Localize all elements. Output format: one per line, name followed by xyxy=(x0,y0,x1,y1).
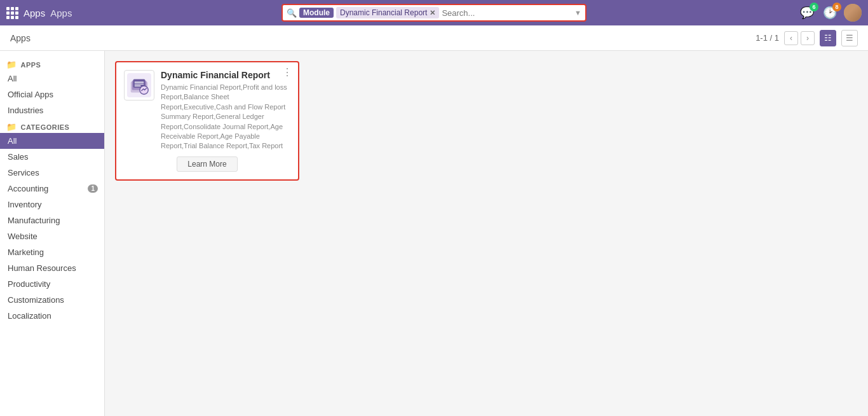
filter-tag-text: Dynamic Financial Report xyxy=(340,8,427,17)
app-card-dynamic-financial-report: ⋮ Dynamic Financi xyxy=(115,61,299,181)
learn-more-button[interactable]: Learn More xyxy=(177,156,237,172)
pagination-text: 1-1 / 1 xyxy=(756,33,779,43)
messages-icon-button[interactable]: 💬 6 xyxy=(798,4,816,22)
grid-menu-icon[interactable] xyxy=(6,7,18,19)
page-title: Apps xyxy=(10,33,31,43)
sidebar-item-sales-label: Sales xyxy=(8,152,29,162)
filter-value-tag: Dynamic Financial Report ✕ xyxy=(336,7,439,18)
user-avatar[interactable] xyxy=(844,4,862,22)
sidebar-item-services-label: Services xyxy=(8,168,39,177)
topbar-right: 💬 6 🕑 8 xyxy=(798,4,862,22)
apps-section-header: 📁 APPS xyxy=(0,56,104,71)
sidebar-item-all-apps-label: All xyxy=(8,74,17,83)
sidebar-item-all-cat[interactable]: All xyxy=(0,133,104,149)
topbar-search-area: 🔍 Module Dynamic Financial Report ✕ ▼ xyxy=(281,4,587,22)
sidebar-item-services[interactable]: Services xyxy=(0,165,104,181)
search-input[interactable] xyxy=(442,8,569,18)
app-card-title: Dynamic Financial Report xyxy=(161,70,290,80)
categories-section-header: 📁 CATEGORIES xyxy=(0,118,104,133)
sidebar-item-manufacturing-label: Manufacturing xyxy=(8,216,60,225)
apps-section-label: APPS xyxy=(21,61,41,69)
sidebar-item-industries[interactable]: Industries xyxy=(0,102,104,118)
app-icon-svg xyxy=(127,73,151,98)
categories-folder-icon: 📁 xyxy=(6,122,17,132)
sidebar-item-marketing-label: Marketing xyxy=(8,247,44,257)
sidebar-item-manufacturing[interactable]: Manufacturing xyxy=(0,212,104,228)
app-card-footer: Learn More xyxy=(124,156,290,172)
pagination-prev-button[interactable]: ‹ xyxy=(784,31,798,45)
sidebar-item-accounting-label: Accounting xyxy=(8,184,48,193)
topbar-left: Apps Apps xyxy=(6,7,72,19)
main-layout: 📁 APPS All Official Apps Industries 📁 CA… xyxy=(0,51,868,416)
sidebar: 📁 APPS All Official Apps Industries 📁 CA… xyxy=(0,51,105,416)
sidebar-item-customizations[interactable]: Customizations xyxy=(0,292,104,308)
sidebar-item-inventory[interactable]: Inventory xyxy=(0,197,104,212)
search-dropdown-icon[interactable]: ▼ xyxy=(574,9,581,17)
filter-tag-close-icon[interactable]: ✕ xyxy=(430,9,435,17)
topbar: Apps Apps 🔍 Module Dynamic Financial Rep… xyxy=(0,0,868,25)
content-area: ⋮ Dynamic Financi xyxy=(105,51,868,416)
topbar-app-name[interactable]: Apps xyxy=(24,8,45,18)
sidebar-item-website[interactable]: Website xyxy=(0,228,104,244)
sidebar-item-localization-label: Localization xyxy=(8,311,51,321)
activities-icon-button[interactable]: 🕑 8 xyxy=(821,4,839,22)
sidebar-item-all-cat-label: All xyxy=(8,136,17,146)
app-card-info: Dynamic Financial Report Dynamic Financi… xyxy=(161,70,290,151)
sidebar-item-customizations-label: Customizations xyxy=(8,295,64,305)
sidebar-item-official-apps-label: Official Apps xyxy=(8,90,53,99)
messages-badge: 6 xyxy=(810,3,818,11)
sidebar-item-human-resources[interactable]: Human Resources xyxy=(0,260,104,276)
app-card-description: Dynamic Financial Report,Profit and loss… xyxy=(161,83,290,151)
categories-section-label: CATEGORIES xyxy=(21,123,70,131)
app-card-header: Dynamic Financial Report Dynamic Financi… xyxy=(124,70,290,151)
sidebar-item-official-apps[interactable]: Official Apps xyxy=(0,87,104,102)
search-bar: 🔍 Module Dynamic Financial Report ✕ ▼ xyxy=(281,4,587,22)
app-card-options-icon[interactable]: ⋮ xyxy=(282,67,293,78)
sidebar-item-accounting[interactable]: Accounting 1 xyxy=(0,181,104,197)
subheader-right: 1-1 / 1 ‹ › ☷ ☰ xyxy=(756,30,858,46)
list-view-button[interactable]: ☰ xyxy=(841,30,858,46)
sidebar-item-productivity-label: Productivity xyxy=(8,279,50,289)
sidebar-item-sales[interactable]: Sales xyxy=(0,149,104,165)
subheader: Apps 1-1 / 1 ‹ › ☷ ☰ xyxy=(0,25,868,51)
pagination-nav: ‹ › xyxy=(784,31,815,45)
sidebar-item-all-apps[interactable]: All xyxy=(0,71,104,87)
sidebar-item-website-label: Website xyxy=(8,232,37,241)
sidebar-item-localization[interactable]: Localization xyxy=(0,308,104,324)
grid-view-button[interactable]: ☷ xyxy=(820,30,836,46)
sidebar-item-human-resources-label: Human Resources xyxy=(8,263,76,273)
accounting-count-badge: 1 xyxy=(88,184,98,193)
sidebar-item-productivity[interactable]: Productivity xyxy=(0,276,104,292)
topbar-app-label[interactable]: Apps xyxy=(50,8,72,18)
sidebar-item-marketing[interactable]: Marketing xyxy=(0,244,104,260)
module-filter-tag[interactable]: Module xyxy=(299,8,334,18)
app-card-icon xyxy=(124,70,154,101)
sidebar-item-inventory-label: Inventory xyxy=(8,200,41,209)
apps-folder-icon: 📁 xyxy=(6,60,17,69)
activities-badge: 8 xyxy=(832,3,841,11)
sidebar-item-industries-label: Industries xyxy=(8,106,43,115)
pagination-next-button[interactable]: › xyxy=(801,31,815,45)
avatar-image xyxy=(844,4,862,22)
search-icon: 🔍 xyxy=(287,8,297,18)
